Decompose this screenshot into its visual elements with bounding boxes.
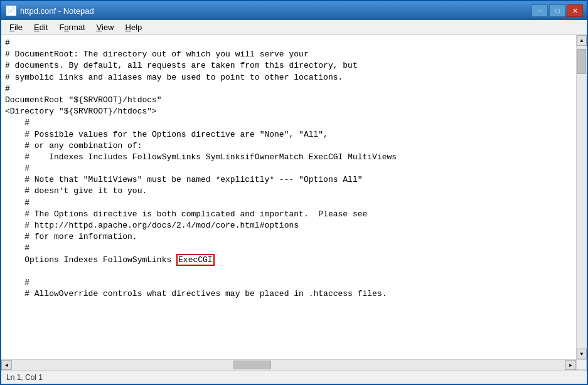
scrollbar-corner [576,359,587,370]
title-bar-left: 📄 httpd.conf - Notepad [6,6,94,16]
title-bar: 📄 httpd.conf - Notepad ─ □ ✕ [1,1,587,20]
scroll-right-button[interactable]: ► [565,360,576,370]
maximize-button[interactable]: □ [549,4,565,17]
menu-view[interactable]: View [91,21,120,34]
scroll-left-button[interactable]: ◄ [1,360,12,370]
bottom-area: ◄ ► [1,359,587,370]
menu-bar: File Edit Format View Help [1,20,587,35]
notepad-window: 📄 httpd.conf - Notepad ─ □ ✕ File Edit F… [0,0,588,385]
menu-help[interactable]: Help [120,21,148,34]
horizontal-scrollbar: ◄ ► [1,359,576,370]
scroll-track-h[interactable] [12,360,565,370]
text-editor[interactable]: # # DocumentRoot: The directory out of w… [1,35,576,359]
menu-file[interactable]: File [4,21,28,34]
scroll-track-v[interactable] [577,46,587,349]
scroll-thumb-v[interactable] [577,49,586,74]
cursor-position: Ln 1, Col 1 [6,373,43,382]
scroll-up-button[interactable]: ▲ [577,35,587,46]
editor-area: # # DocumentRoot: The directory out of w… [1,35,587,359]
title-buttons: ─ □ ✕ [532,4,583,17]
scroll-down-button[interactable]: ▼ [577,349,587,359]
vertical-scrollbar: ▲ ▼ [576,35,587,359]
close-button[interactable]: ✕ [567,4,583,17]
minimize-button[interactable]: ─ [532,4,548,17]
menu-format[interactable]: Format [53,21,90,34]
scroll-thumb-h[interactable] [233,361,271,369]
status-bar: Ln 1, Col 1 [1,370,587,384]
window-title: httpd.conf - Notepad [20,6,94,16]
menu-edit[interactable]: Edit [28,21,53,34]
app-icon: 📄 [6,6,16,16]
